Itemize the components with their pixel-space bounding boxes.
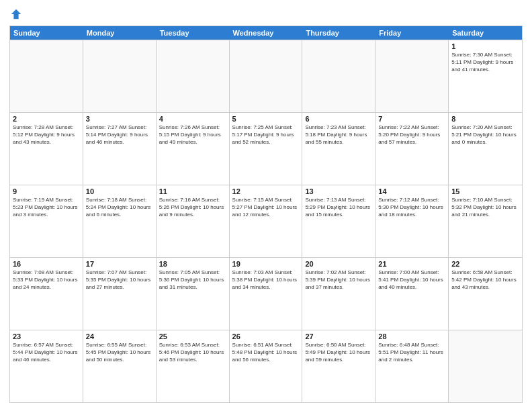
day-number: 24 <box>86 332 153 340</box>
day-info: Sunrise: 7:16 AM Sunset: 5:26 PM Dayligh… <box>159 197 226 218</box>
page: SundayMondayTuesdayWednesdayThursdayFrid… <box>0 0 532 411</box>
day-number: 10 <box>86 187 153 195</box>
weekday-header-friday: Friday <box>375 26 449 40</box>
day-info: Sunrise: 7:26 AM Sunset: 5:15 PM Dayligh… <box>159 124 226 146</box>
day-info: Sunrise: 7:19 AM Sunset: 5:23 PM Dayligh… <box>13 197 80 218</box>
day-number: 1 <box>451 42 519 50</box>
svg-marker-0 <box>11 9 21 19</box>
day-info: Sunrise: 6:57 AM Sunset: 5:44 PM Dayligh… <box>13 342 80 363</box>
day-number: 21 <box>378 260 445 268</box>
day-number: 4 <box>159 115 226 123</box>
day-info: Sunrise: 7:03 AM Sunset: 5:38 PM Dayligh… <box>232 269 300 291</box>
day-cell-16: 16Sunrise: 7:08 AM Sunset: 5:33 PM Dayli… <box>10 258 83 330</box>
week-row-4: 16Sunrise: 7:08 AM Sunset: 5:33 PM Dayli… <box>10 257 522 330</box>
day-info: Sunrise: 6:51 AM Sunset: 5:48 PM Dayligh… <box>232 342 300 363</box>
empty-cell <box>230 40 303 112</box>
day-info: Sunrise: 7:20 AM Sunset: 5:21 PM Dayligh… <box>451 124 519 146</box>
empty-cell <box>157 40 230 112</box>
day-number: 18 <box>159 260 226 268</box>
day-number: 17 <box>86 260 153 268</box>
day-number: 13 <box>305 187 372 195</box>
empty-cell <box>83 40 157 112</box>
weekday-header-thursday: Thursday <box>302 26 375 40</box>
day-number: 11 <box>159 187 226 195</box>
logo <box>9 8 22 20</box>
empty-cell <box>10 40 83 112</box>
day-cell-18: 18Sunrise: 7:05 AM Sunset: 5:36 PM Dayli… <box>157 258 230 330</box>
day-info: Sunrise: 7:07 AM Sunset: 5:35 PM Dayligh… <box>86 269 153 291</box>
day-info: Sunrise: 6:53 AM Sunset: 5:46 PM Dayligh… <box>159 342 226 363</box>
weekday-header-sunday: Sunday <box>10 26 83 40</box>
day-cell-17: 17Sunrise: 7:07 AM Sunset: 5:35 PM Dayli… <box>83 258 157 330</box>
day-number: 19 <box>232 260 300 268</box>
day-number: 20 <box>305 260 372 268</box>
day-info: Sunrise: 7:23 AM Sunset: 5:18 PM Dayligh… <box>305 124 372 146</box>
day-cell-1: 1Sunrise: 7:30 AM Sunset: 5:11 PM Daylig… <box>449 40 522 112</box>
week-row-2: 2Sunrise: 7:28 AM Sunset: 5:12 PM Daylig… <box>10 112 522 185</box>
day-cell-25: 25Sunrise: 6:53 AM Sunset: 5:46 PM Dayli… <box>157 330 230 402</box>
day-number: 2 <box>13 115 80 123</box>
weekday-header-monday: Monday <box>83 26 157 40</box>
day-cell-13: 13Sunrise: 7:13 AM Sunset: 5:29 PM Dayli… <box>302 185 375 257</box>
day-number: 27 <box>305 332 372 340</box>
day-cell-6: 6Sunrise: 7:23 AM Sunset: 5:18 PM Daylig… <box>302 113 375 185</box>
day-info: Sunrise: 7:15 AM Sunset: 5:27 PM Dayligh… <box>232 197 300 218</box>
day-info: Sunrise: 7:00 AM Sunset: 5:41 PM Dayligh… <box>378 269 445 291</box>
day-number: 14 <box>378 187 445 195</box>
day-number: 8 <box>451 115 519 123</box>
calendar-body: 1Sunrise: 7:30 AM Sunset: 5:11 PM Daylig… <box>10 40 522 402</box>
empty-cell <box>375 40 449 112</box>
day-info: Sunrise: 7:02 AM Sunset: 5:39 PM Dayligh… <box>305 269 372 291</box>
week-row-1: 1Sunrise: 7:30 AM Sunset: 5:11 PM Daylig… <box>10 40 522 112</box>
day-cell-23: 23Sunrise: 6:57 AM Sunset: 5:44 PM Dayli… <box>10 330 83 402</box>
day-info: Sunrise: 7:12 AM Sunset: 5:30 PM Dayligh… <box>378 197 445 218</box>
day-info: Sunrise: 7:27 AM Sunset: 5:14 PM Dayligh… <box>86 124 153 146</box>
day-number: 7 <box>378 115 445 123</box>
calendar-header-row: SundayMondayTuesdayWednesdayThursdayFrid… <box>10 26 522 40</box>
day-number: 26 <box>232 332 300 340</box>
day-cell-4: 4Sunrise: 7:26 AM Sunset: 5:15 PM Daylig… <box>157 113 230 185</box>
day-info: Sunrise: 6:50 AM Sunset: 5:49 PM Dayligh… <box>305 342 372 363</box>
day-number: 23 <box>13 332 80 340</box>
day-info: Sunrise: 7:08 AM Sunset: 5:33 PM Dayligh… <box>13 269 80 291</box>
day-cell-2: 2Sunrise: 7:28 AM Sunset: 5:12 PM Daylig… <box>10 113 83 185</box>
empty-cell <box>302 40 375 112</box>
day-cell-20: 20Sunrise: 7:02 AM Sunset: 5:39 PM Dayli… <box>302 258 375 330</box>
day-info: Sunrise: 7:22 AM Sunset: 5:20 PM Dayligh… <box>378 124 445 146</box>
day-info: Sunrise: 7:13 AM Sunset: 5:29 PM Dayligh… <box>305 197 372 218</box>
day-number: 12 <box>232 187 300 195</box>
day-cell-5: 5Sunrise: 7:25 AM Sunset: 5:17 PM Daylig… <box>230 113 303 185</box>
day-number: 28 <box>378 332 445 340</box>
logo-icon <box>10 8 22 20</box>
day-cell-22: 22Sunrise: 6:58 AM Sunset: 5:42 PM Dayli… <box>449 258 522 330</box>
day-cell-9: 9Sunrise: 7:19 AM Sunset: 5:23 PM Daylig… <box>10 185 83 257</box>
day-info: Sunrise: 6:58 AM Sunset: 5:42 PM Dayligh… <box>451 269 519 291</box>
day-cell-8: 8Sunrise: 7:20 AM Sunset: 5:21 PM Daylig… <box>449 113 522 185</box>
day-cell-19: 19Sunrise: 7:03 AM Sunset: 5:38 PM Dayli… <box>230 258 303 330</box>
day-cell-10: 10Sunrise: 7:18 AM Sunset: 5:24 PM Dayli… <box>83 185 157 257</box>
day-number: 25 <box>159 332 226 340</box>
day-number: 5 <box>232 115 300 123</box>
day-info: Sunrise: 7:10 AM Sunset: 5:32 PM Dayligh… <box>451 197 519 218</box>
empty-cell <box>449 330 522 402</box>
day-cell-12: 12Sunrise: 7:15 AM Sunset: 5:27 PM Dayli… <box>230 185 303 257</box>
calendar: SundayMondayTuesdayWednesdayThursdayFrid… <box>9 26 523 403</box>
day-cell-15: 15Sunrise: 7:10 AM Sunset: 5:32 PM Dayli… <box>449 185 522 257</box>
day-number: 22 <box>451 260 519 268</box>
day-info: Sunrise: 7:25 AM Sunset: 5:17 PM Dayligh… <box>232 124 300 146</box>
day-cell-11: 11Sunrise: 7:16 AM Sunset: 5:26 PM Dayli… <box>157 185 230 257</box>
day-cell-7: 7Sunrise: 7:22 AM Sunset: 5:20 PM Daylig… <box>375 113 449 185</box>
day-info: Sunrise: 7:28 AM Sunset: 5:12 PM Dayligh… <box>13 124 80 146</box>
week-row-3: 9Sunrise: 7:19 AM Sunset: 5:23 PM Daylig… <box>10 185 522 257</box>
day-info: Sunrise: 7:18 AM Sunset: 5:24 PM Dayligh… <box>86 197 153 218</box>
weekday-header-wednesday: Wednesday <box>230 26 303 40</box>
day-cell-27: 27Sunrise: 6:50 AM Sunset: 5:49 PM Dayli… <box>302 330 375 402</box>
day-number: 16 <box>13 260 80 268</box>
day-info: Sunrise: 6:55 AM Sunset: 5:45 PM Dayligh… <box>86 342 153 363</box>
day-number: 9 <box>13 187 80 195</box>
week-row-5: 23Sunrise: 6:57 AM Sunset: 5:44 PM Dayli… <box>10 330 522 402</box>
day-cell-14: 14Sunrise: 7:12 AM Sunset: 5:30 PM Dayli… <box>375 185 449 257</box>
header <box>9 8 523 20</box>
day-number: 3 <box>86 115 153 123</box>
day-cell-28: 28Sunrise: 6:48 AM Sunset: 5:51 PM Dayli… <box>375 330 449 402</box>
